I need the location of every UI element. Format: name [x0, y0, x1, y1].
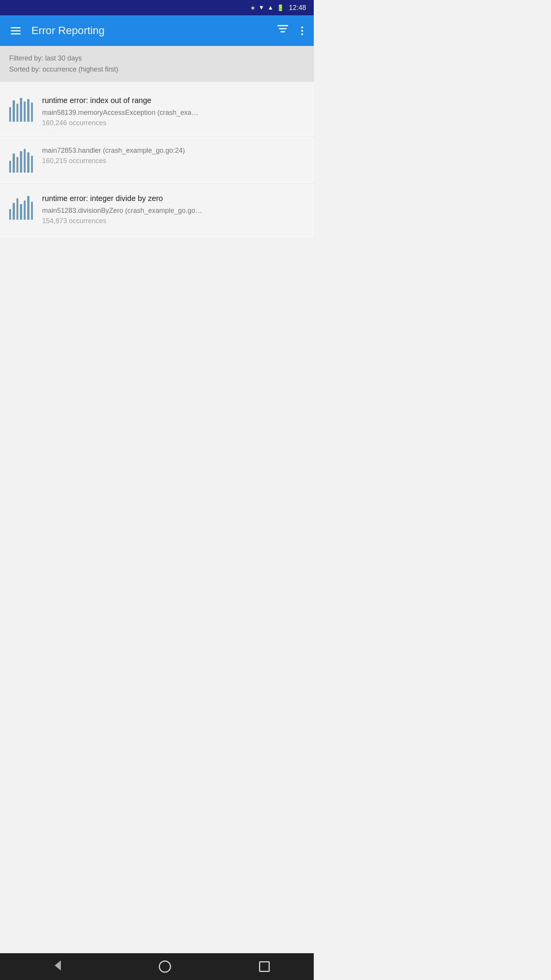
app-title: Error Reporting [31, 24, 266, 37]
chart-bar [20, 151, 22, 173]
chart-bar [9, 161, 11, 173]
chart-bar [31, 103, 33, 122]
chart-bar [24, 201, 26, 220]
chart-bar [13, 154, 15, 173]
filter-info-text: Filtered by: last 30 days Sorted by: occ… [9, 53, 305, 75]
chart-bar [16, 157, 18, 172]
error-chart-icon [8, 147, 34, 174]
chart-bar [27, 196, 29, 220]
chart-bar [27, 152, 29, 173]
app-bar-actions [274, 21, 306, 40]
battery-icon: 🔋 [277, 4, 284, 11]
error-item[interactable]: runtime error: index out of range main58… [0, 86, 314, 137]
error-occurrences: 154,873 occurrences [42, 217, 306, 225]
chart-bar [16, 198, 18, 220]
error-occurrences: 160,246 occurrences [42, 119, 306, 127]
chart-bar [16, 104, 18, 122]
error-item[interactable]: runtime error: integer divide by zero ma… [0, 184, 314, 234]
chart-bar [9, 107, 11, 121]
error-chart-icon [8, 194, 34, 221]
chart-bar [20, 98, 22, 122]
chart-bar [13, 203, 15, 219]
error-list: runtime error: index out of range main58… [0, 82, 314, 238]
app-bar: Error Reporting [0, 15, 314, 46]
chart-bar [31, 156, 33, 172]
filter-by-text: Filtered by: last 30 days [9, 53, 305, 64]
error-content: main72853.handler (crash_example_go.go:2… [42, 146, 306, 165]
error-chart-icon [8, 96, 34, 123]
chart-bar [31, 202, 33, 220]
error-content: runtime error: index out of range main58… [42, 95, 306, 127]
error-detail: main58139.memoryAccessException (crash_e… [42, 108, 306, 118]
status-bar: ∗ ▼ ▲ 🔋 12:48 [0, 0, 314, 15]
filter-button[interactable] [274, 21, 292, 40]
chart-bar [20, 204, 22, 219]
status-icons: ∗ ▼ ▲ 🔋 [250, 4, 284, 11]
error-detail: main72853.handler (crash_example_go.go:2… [42, 146, 306, 155]
error-occurrences: 160,215 occurrences [42, 157, 306, 165]
bluetooth-icon: ∗ [250, 4, 255, 11]
error-item[interactable]: main72853.handler (crash_example_go.go:2… [0, 137, 314, 184]
sort-by-text: Sorted by: occurrence (highest first) [9, 64, 305, 75]
chart-bar [27, 99, 29, 122]
menu-button[interactable] [8, 24, 24, 38]
status-time: 12:48 [289, 4, 306, 12]
filter-info-bar: Filtered by: last 30 days Sorted by: occ… [0, 46, 314, 82]
chart-bar [24, 149, 26, 173]
more-options-button[interactable] [298, 23, 306, 38]
chart-bar [24, 101, 26, 122]
error-content: runtime error: integer divide by zero ma… [42, 193, 306, 225]
error-title: runtime error: integer divide by zero [42, 193, 306, 204]
chart-bar [9, 209, 11, 220]
error-detail: main51283.divisionByZero (crash_example_… [42, 206, 306, 216]
signal-icon: ▲ [267, 4, 274, 11]
wifi-icon: ▼ [258, 4, 264, 11]
chart-bar [13, 100, 15, 122]
error-title: runtime error: index out of range [42, 95, 306, 106]
